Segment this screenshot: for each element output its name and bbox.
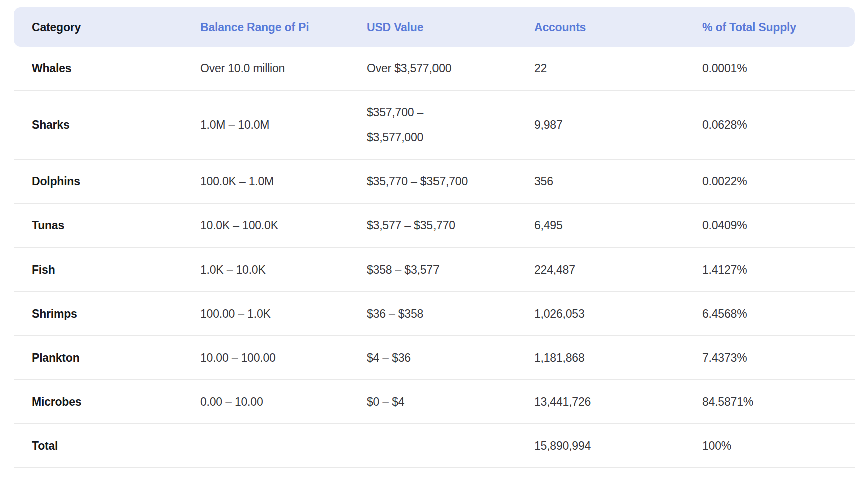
- usd-cell: $35,770 – $357,700: [367, 160, 534, 203]
- balance-cell: Over 10.0 million: [200, 47, 367, 90]
- category-cell: Dolphins: [14, 160, 200, 203]
- accounts-cell: 224,487: [534, 248, 702, 291]
- column-header-category: Category: [14, 15, 200, 40]
- holder-distribution-table: Category Balance Range of Pi USD Value A…: [14, 7, 855, 468]
- accounts-cell: 9,987: [534, 103, 702, 146]
- table-row-dolphins: Dolphins 100.0K – 1.0M $35,770 – $357,70…: [14, 160, 855, 204]
- supply-cell: 0.0022%: [702, 160, 855, 203]
- accounts-cell: 15,890,994: [534, 424, 702, 467]
- accounts-cell: 13,441,726: [534, 380, 702, 423]
- column-header-total-supply[interactable]: % of Total Supply: [702, 15, 855, 40]
- category-cell: Fish: [14, 248, 200, 291]
- usd-cell: $0 – $4: [367, 380, 534, 423]
- accounts-cell: 6,495: [534, 204, 702, 247]
- balance-cell: 1.0K – 10.0K: [200, 248, 367, 291]
- supply-cell: 0.0628%: [702, 103, 855, 146]
- table-row-shrimps: Shrimps 100.00 – 1.0K $36 – $358 1,026,0…: [14, 292, 855, 336]
- supply-cell: 0.0409%: [702, 204, 855, 247]
- column-header-balance-range[interactable]: Balance Range of Pi: [200, 15, 367, 40]
- category-cell: Tunas: [14, 204, 200, 247]
- supply-cell: 7.4373%: [702, 336, 855, 379]
- table-row-sharks: Sharks 1.0M – 10.0M $357,700 – $3,577,00…: [14, 91, 855, 160]
- supply-cell: 1.4127%: [702, 248, 855, 291]
- supply-cell: 84.5871%: [702, 380, 855, 423]
- balance-cell: 10.00 – 100.00: [200, 336, 367, 379]
- usd-cell: $4 – $36: [367, 336, 534, 379]
- balance-cell: 10.0K – 100.0K: [200, 204, 367, 247]
- balance-cell: [200, 437, 367, 455]
- accounts-cell: 356: [534, 160, 702, 203]
- balance-cell: 0.00 – 10.00: [200, 380, 367, 423]
- usd-cell: $36 – $358: [367, 292, 534, 335]
- supply-cell: 100%: [702, 424, 855, 467]
- table-row-tunas: Tunas 10.0K – 100.0K $3,577 – $35,770 6,…: [14, 204, 855, 248]
- usd-cell: [367, 437, 534, 455]
- category-cell: Sharks: [14, 103, 200, 146]
- column-header-accounts[interactable]: Accounts: [534, 15, 702, 40]
- accounts-cell: 1,181,868: [534, 336, 702, 379]
- category-cell: Plankton: [14, 336, 200, 379]
- category-cell: Whales: [14, 47, 200, 90]
- table-row-whales: Whales Over 10.0 million Over $3,577,000…: [14, 47, 855, 91]
- category-cell: Total: [14, 424, 200, 467]
- table-row-fish: Fish 1.0K – 10.0K $358 – $3,577 224,487 …: [14, 248, 855, 292]
- accounts-cell: 1,026,053: [534, 292, 702, 335]
- usd-cell: $358 – $3,577: [367, 248, 534, 291]
- category-cell: Shrimps: [14, 292, 200, 335]
- balance-cell: 1.0M – 10.0M: [200, 103, 367, 146]
- balance-cell: 100.00 – 1.0K: [200, 292, 367, 335]
- usd-cell: $3,577 – $35,770: [367, 204, 534, 247]
- supply-cell: 0.0001%: [702, 47, 855, 90]
- table-row-plankton: Plankton 10.00 – 100.00 $4 – $36 1,181,8…: [14, 336, 855, 380]
- table-row-microbes: Microbes 0.00 – 10.00 $0 – $4 13,441,726…: [14, 380, 855, 424]
- table-header-row: Category Balance Range of Pi USD Value A…: [14, 7, 855, 47]
- column-header-usd-value[interactable]: USD Value: [367, 15, 534, 40]
- usd-cell: Over $3,577,000: [367, 47, 534, 90]
- usd-cell: $357,700 – $3,577,000: [367, 91, 534, 159]
- supply-cell: 6.4568%: [702, 292, 855, 335]
- balance-cell: 100.0K – 1.0M: [200, 160, 367, 203]
- category-cell: Microbes: [14, 380, 200, 423]
- table-row-total: Total 15,890,994 100%: [14, 424, 855, 468]
- accounts-cell: 22: [534, 47, 702, 90]
